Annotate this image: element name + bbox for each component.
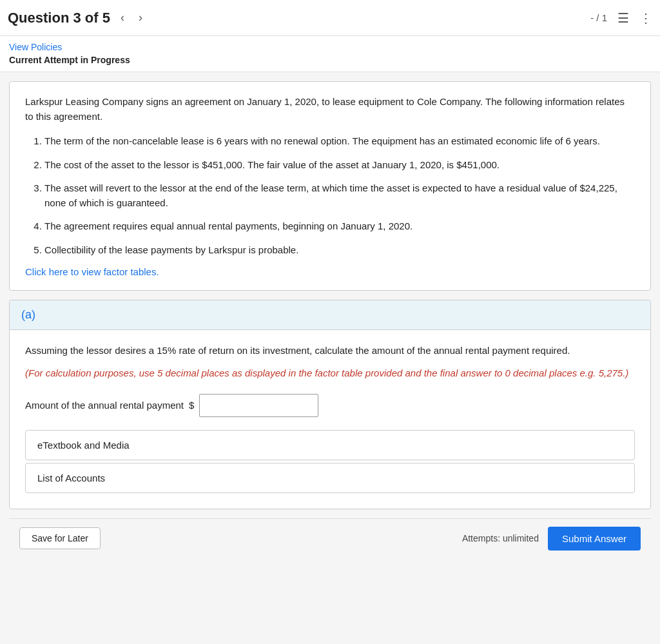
list-item: Collectibility of the lease payments by … (44, 243, 635, 258)
current-attempt-label: Current Attempt in Progress (9, 55, 651, 65)
question-box: Larkspur Leasing Company signs an agreem… (9, 81, 651, 291)
list-icon-button[interactable]: ☰ (617, 10, 629, 26)
instruction-text: Assuming the lessor desires a 15% rate o… (25, 343, 635, 358)
main-content: Larkspur Leasing Company signs an agreem… (0, 72, 660, 567)
dollar-sign: $ (189, 400, 194, 411)
list-item: The term of the non-cancelable lease is … (44, 134, 635, 149)
input-label: Amount of the annual rental payment (25, 400, 184, 411)
sub-header: View Policies Current Attempt in Progres… (0, 36, 660, 72)
list-item: The asset will revert to the lessor at t… (44, 181, 635, 210)
question-intro: Larkspur Leasing Company signs an agreem… (25, 95, 635, 124)
etextbook-button[interactable]: eTextbook and Media (25, 430, 635, 460)
annual-payment-input[interactable] (199, 394, 318, 417)
factor-tables-link[interactable]: Click here to view factor tables. (25, 266, 635, 277)
more-options-button[interactable]: ⋮ (639, 10, 652, 26)
view-policies-link[interactable]: View Policies (9, 42, 62, 52)
header-right: - / 1 ☰ ⋮ (590, 10, 652, 26)
input-row: Amount of the annual rental payment $ (25, 394, 635, 417)
prev-button[interactable]: ‹ (117, 8, 128, 27)
next-button[interactable]: › (135, 8, 146, 27)
submit-answer-button[interactable]: Submit Answer (548, 527, 641, 551)
question-title: Question 3 of 5 (8, 10, 110, 26)
list-of-accounts-button[interactable]: List of Accounts (25, 463, 635, 493)
save-for-later-button[interactable]: Save for Later (19, 527, 101, 549)
part-a-section: (a) Assuming the lessor desires a 15% ra… (9, 300, 651, 509)
header-left: Question 3 of 5 ‹ › (8, 8, 146, 27)
part-a-body: Assuming the lessor desires a 15% rate o… (10, 330, 650, 509)
list-item: The cost of the asset to the lessor is $… (44, 158, 635, 173)
part-a-label: (a) (21, 308, 35, 321)
page-indicator: - / 1 (590, 12, 607, 23)
part-a-header: (a) (10, 300, 650, 330)
footer-right: Attempts: unlimited Submit Answer (462, 527, 641, 551)
header: Question 3 of 5 ‹ › - / 1 ☰ ⋮ (0, 0, 660, 36)
footer: Save for Later Attempts: unlimited Submi… (9, 518, 651, 558)
instruction-italic: (For calculation purposes, use 5 decimal… (25, 366, 635, 381)
attempts-label: Attempts: unlimited (462, 533, 539, 543)
list-item: The agreement requires equal annual rent… (44, 219, 635, 234)
question-list: The term of the non-cancelable lease is … (25, 134, 635, 257)
